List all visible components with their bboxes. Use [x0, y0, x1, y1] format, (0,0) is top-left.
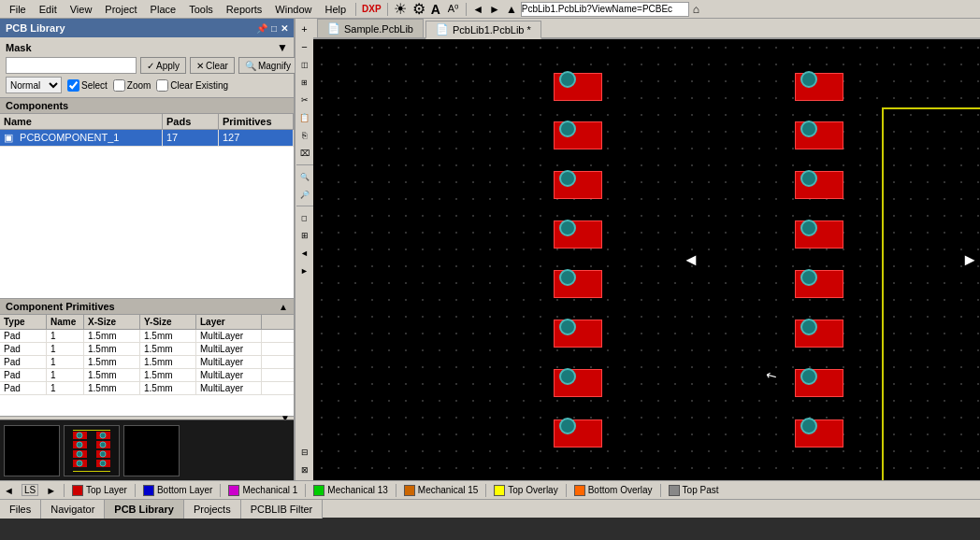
- cell-name: ▣ PCBCOMPONENT_1: [0, 130, 163, 146]
- prim-layer: MultiLayer: [196, 343, 262, 355]
- prim-type: Pad: [0, 330, 47, 342]
- rt-btn5[interactable]: ✂: [296, 92, 313, 108]
- nav-home[interactable]: ⌂: [691, 3, 701, 16]
- prim-type: Pad: [0, 343, 47, 355]
- primitives-table[interactable]: Type Name X-Size Y-Size Layer Pad 1 1.5m…: [0, 315, 294, 416]
- rt-btn8[interactable]: ⌧: [296, 145, 313, 162]
- layer-mech13[interactable]: Mechanical 13: [313, 485, 387, 496]
- menu-view[interactable]: View: [65, 3, 98, 16]
- select-checkbox-label[interactable]: Select: [67, 79, 108, 92]
- thumbnail-section: [0, 419, 294, 480]
- select-checkbox[interactable]: [67, 79, 79, 92]
- prim-row[interactable]: Pad 1 1.5mm 1.5mm MultiLayer: [0, 330, 294, 343]
- clear-existing-checkbox[interactable]: [156, 79, 168, 92]
- nav-forward[interactable]: ►: [487, 3, 502, 16]
- clear-btn[interactable]: ✕ Clear: [190, 57, 235, 74]
- tab-pcblib[interactable]: 📄 PcbLib1.PcbLib *: [425, 21, 541, 39]
- mouse-cursor: ↖: [763, 366, 780, 385]
- scroll-left-status[interactable]: ◄: [4, 485, 14, 496]
- rt-btn7[interactable]: ⎘: [296, 127, 313, 144]
- menu-project[interactable]: Project: [99, 3, 142, 16]
- clear-existing-checkbox-label[interactable]: Clear Existing: [156, 79, 228, 92]
- toolbar-icon1[interactable]: ☀: [392, 0, 409, 18]
- layer-top-past-color: [669, 485, 680, 496]
- float-btn[interactable]: □: [271, 23, 277, 34]
- rt-btn2[interactable]: −: [296, 38, 313, 55]
- primitives-scroll-up[interactable]: ▲: [279, 302, 288, 312]
- prim-xsize: 1.5mm: [84, 369, 140, 381]
- rt-btn6[interactable]: 📋: [296, 109, 313, 126]
- url-bar[interactable]: [521, 2, 689, 17]
- menu-window[interactable]: Window: [269, 3, 317, 16]
- layer-top-overlay[interactable]: Top Overlay: [494, 485, 557, 496]
- tab-navigator[interactable]: Navigator: [41, 500, 105, 519]
- tab-projects[interactable]: Projects: [184, 500, 241, 519]
- layer-bottom[interactable]: Bottom Layer: [143, 485, 212, 496]
- svg-point-11: [77, 461, 82, 466]
- magnify-icon: 🔍: [245, 61, 256, 71]
- layer-bottom-overlay[interactable]: Bottom Overlay: [574, 485, 653, 496]
- nav-up[interactable]: ▲: [504, 3, 519, 16]
- components-table[interactable]: Name Pads Primitives ▣ PCBCOMPONENT_1 17…: [0, 114, 294, 298]
- menu-help[interactable]: Help: [319, 3, 352, 16]
- rt-btn-bottom2[interactable]: ⊠: [296, 462, 313, 478]
- prim-name: 1: [47, 356, 84, 368]
- tab-pcblib-filter[interactable]: PCBLIB Filter: [241, 500, 324, 519]
- rt-btn1[interactable]: +: [296, 21, 313, 37]
- toolbar-icon2[interactable]: ⚙: [411, 0, 427, 18]
- toolbar-icon3[interactable]: A: [429, 2, 442, 17]
- layer-mech15[interactable]: Mechanical 15: [404, 485, 478, 496]
- svg-point-9: [77, 442, 82, 448]
- prim-col-layer: Layer: [196, 315, 262, 329]
- tab-pcb-library[interactable]: PCB Library: [105, 500, 184, 519]
- pcb-via: [559, 368, 576, 385]
- tab-files[interactable]: Files: [0, 500, 41, 519]
- scroll-right[interactable]: ►: [961, 250, 978, 270]
- pcb-library-title: PCB Library: [6, 22, 65, 34]
- menu-place[interactable]: Place: [145, 3, 182, 16]
- rt-btn3[interactable]: ◫: [296, 56, 313, 73]
- zoom-checkbox[interactable]: [113, 79, 125, 92]
- rt-btn12[interactable]: ⊞: [296, 227, 313, 244]
- menu-edit[interactable]: Edit: [34, 3, 63, 16]
- close-btn[interactable]: ✕: [281, 23, 288, 34]
- rt-btn13[interactable]: ◄: [296, 245, 313, 262]
- tab-sample[interactable]: 📄 Sample.PcbLib: [317, 19, 424, 37]
- apply-btn[interactable]: ✓ Apply: [140, 57, 186, 74]
- prim-layer: MultiLayer: [196, 369, 262, 381]
- filter-select[interactable]: Normal: [6, 77, 62, 93]
- rt-btn9[interactable]: 🔍: [296, 168, 313, 185]
- prim-row[interactable]: Pad 1 1.5mm 1.5mm MultiLayer: [0, 356, 294, 369]
- prim-row[interactable]: Pad 1 1.5mm 1.5mm MultiLayer: [0, 343, 294, 356]
- menu-tools[interactable]: Tools: [183, 3, 219, 16]
- svg-rect-16: [73, 430, 110, 431]
- prim-row[interactable]: Pad 1 1.5mm 1.5mm MultiLayer: [0, 382, 294, 395]
- rt-btn14[interactable]: ►: [296, 263, 313, 279]
- rt-btn-bottom1[interactable]: ⊟: [296, 444, 313, 461]
- pcb-via: [800, 121, 817, 137]
- status-sep3: [220, 484, 221, 497]
- layer-top[interactable]: Top Layer: [72, 485, 127, 496]
- rt-btn11[interactable]: ◻: [296, 209, 313, 226]
- scroll-left[interactable]: ◄: [683, 250, 699, 270]
- rt-btn4[interactable]: ⊞: [296, 74, 313, 91]
- scroll-right-status[interactable]: ►: [46, 485, 56, 496]
- magnify-btn[interactable]: 🔍 Magnify: [238, 57, 297, 74]
- table-row[interactable]: ▣ PCBCOMPONENT_1 17 127: [0, 130, 294, 147]
- pcb-canvas[interactable]: ↖ ◄ ►: [313, 39, 980, 480]
- mask-dropdown[interactable]: ▼: [277, 41, 288, 54]
- mask-input[interactable]: [6, 57, 137, 74]
- prim-row[interactable]: Pad 1 1.5mm 1.5mm MultiLayer: [0, 369, 294, 382]
- nav-back[interactable]: ◄: [470, 3, 485, 16]
- layer-top-past[interactable]: Top Past: [669, 485, 719, 496]
- menu-sep: [355, 3, 356, 16]
- menu-file[interactable]: File: [4, 3, 32, 16]
- rt-btn10[interactable]: 🔎: [296, 186, 313, 203]
- layer-mech1[interactable]: Mechanical 1: [228, 485, 297, 496]
- zoom-checkbox-label[interactable]: Zoom: [113, 79, 151, 92]
- menu-reports[interactable]: Reports: [221, 3, 268, 16]
- pin-btn[interactable]: 📌: [256, 23, 267, 34]
- prim-layer: MultiLayer: [196, 330, 262, 342]
- right-toolbar: + − ◫ ⊞ ✂ 📋 ⎘ ⌧ 🔍 🔎 ◻ ⊞ ◄ ► ⊟ ⊠: [295, 19, 313, 480]
- prim-type: Pad: [0, 369, 47, 381]
